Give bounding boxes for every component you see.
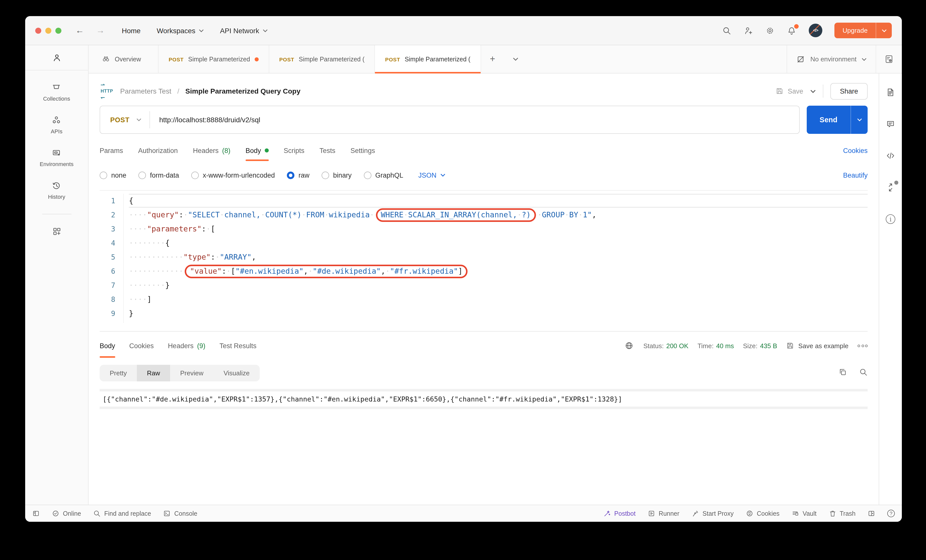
notification-dot [794,24,799,29]
start-proxy-button[interactable]: Start Proxy [691,510,734,517]
mode-none[interactable]: none [100,171,126,179]
tab-request-3-active[interactable]: POST Simple Parameterized ( [375,45,481,73]
info-icon[interactable]: i [886,214,895,224]
comments-icon[interactable] [886,119,895,129]
environment-quick-look-icon[interactable] [876,45,902,73]
nav-api-network[interactable]: API Network [220,26,268,35]
save-as-example-button[interactable]: Save as example [786,342,849,350]
beautify-link[interactable]: Beautify [843,171,868,179]
view-raw[interactable]: Raw [137,365,170,381]
globe-icon[interactable] [625,341,634,350]
tab-request-1[interactable]: POST Simple Parameterized [159,45,269,73]
forward-arrow-icon[interactable]: → [96,26,105,35]
response-tab-test-results[interactable]: Test Results [219,331,256,360]
view-visualize[interactable]: Visualize [213,365,260,381]
sidebar-item-environments[interactable]: Environments [40,148,74,167]
share-button[interactable]: Share [831,83,868,99]
tab-settings[interactable]: Settings [351,138,375,163]
trash-button[interactable]: Trash [829,510,856,517]
upgrade-label[interactable]: Upgrade [834,23,876,38]
view-pretty[interactable]: Pretty [100,365,137,381]
documentation-icon[interactable] [886,88,895,97]
screen: ← → Home Workspaces API Network </> Upgr… [0,0,926,560]
mode-binary[interactable]: binary [322,171,352,179]
code-snippet-icon[interactable] [886,151,895,160]
split-panel-icon[interactable] [868,510,875,517]
settings-gear-icon[interactable] [766,26,775,35]
tab-list-chevron[interactable] [504,45,527,73]
related-requests-icon[interactable] [886,183,895,192]
tab-scripts[interactable]: Scripts [284,138,304,163]
mode-graphql[interactable]: GraphQL [364,171,403,179]
mode-x-www-form-urlencoded[interactable]: x-www-form-urlencoded [191,171,275,179]
request-tabstrip: Overview POST Simple Parameterized POST … [89,45,902,73]
chevron-down-icon [137,118,142,121]
help-icon[interactable]: ? [887,510,895,517]
response-tab-headers[interactable]: Headers(9) [168,331,205,360]
toggle-sidebar-icon[interactable] [32,510,40,517]
copy-response-icon[interactable] [838,368,847,378]
breadcrumb: HTTP Parameters Test / Simple Parameteri… [100,73,868,104]
tab-tests[interactable]: Tests [319,138,336,163]
notifications-bell-icon[interactable] [787,26,796,35]
vault-button[interactable]: Vault [791,510,817,517]
tab-headers[interactable]: Headers(8) [193,138,230,163]
send-options-chevron[interactable] [850,106,868,134]
status-bar: Online Find and replace Console Postbot … [25,505,902,522]
new-tab-button[interactable]: + [481,45,504,73]
sidebar-item-apis[interactable]: APIs [51,115,62,134]
tab-params[interactable]: Params [100,138,123,163]
radio-icon [364,171,371,179]
body-editor[interactable]: 123456789 {····"query":·"SELECT·channel,… [100,190,868,323]
response-tab-body[interactable]: Body [100,331,115,360]
tab-request-2[interactable]: POST Simple Parameterized ( [269,45,375,73]
url-bar: POST http://localhost:8888/druid/v2/sql [100,106,799,134]
upgrade-chevron[interactable] [876,23,892,38]
search-icon[interactable] [722,26,731,35]
status-badge: 200 OK [666,342,688,350]
language-selector[interactable]: JSON [418,171,445,179]
save-options-chevron[interactable] [810,89,816,93]
more-options-icon[interactable] [858,344,868,347]
online-status[interactable]: Online [52,510,81,517]
postbot-wand-icon [603,510,611,517]
console-button[interactable]: Console [163,510,198,517]
tab-authorization[interactable]: Authorization [138,138,178,163]
terminal-icon [163,510,171,517]
upgrade-button[interactable]: Upgrade [834,23,892,38]
nav-home[interactable]: Home [122,26,141,35]
method-selector[interactable]: POST [100,116,150,124]
avatar[interactable]: </> [809,24,822,37]
mode-raw[interactable]: raw [287,171,310,179]
mode-form-data[interactable]: form-data [138,171,179,179]
sidebar-item-collections[interactable]: Collections [43,83,70,101]
left-sidebar: Collections APIs Environments History [25,45,89,505]
window-controls[interactable] [35,27,61,33]
view-preview[interactable]: Preview [170,365,213,381]
tab-overview[interactable]: Overview [89,45,159,73]
runner-button[interactable]: Runner [648,510,679,517]
tab-body[interactable]: Body [245,138,269,163]
breadcrumb-collection[interactable]: Parameters Test [120,87,171,95]
minimize-window-button[interactable] [45,27,51,33]
request-tabs: Params Authorization Headers(8) Body Scr… [100,138,868,163]
zoom-window-button[interactable] [55,27,61,33]
invite-user-icon[interactable] [744,26,753,35]
nav-workspaces[interactable]: Workspaces [157,26,204,35]
find-and-replace[interactable]: Find and replace [93,510,151,517]
close-window-button[interactable] [35,27,41,33]
search-response-icon[interactable] [859,368,868,378]
add-module-icon[interactable] [51,226,62,239]
url-input[interactable]: http://localhost:8888/druid/v2/sql [150,116,269,124]
annotation-highlight: "value":·["#en.wikipedia",·"#de.wikipedi… [185,265,468,278]
sidebar-item-history[interactable]: History [48,181,65,200]
save-button[interactable]: Save [776,87,803,95]
environment-selector[interactable]: No environment [787,45,876,73]
send-button[interactable]: Send [806,106,868,134]
back-arrow-icon[interactable]: ← [76,26,84,35]
cookies-link[interactable]: Cookies [843,147,868,154]
response-tab-cookies[interactable]: Cookies [129,331,154,360]
postbot-button[interactable]: Postbot [603,510,635,517]
my-workspace-icon[interactable] [25,45,88,70]
cookies-button[interactable]: Cookies [746,510,779,517]
